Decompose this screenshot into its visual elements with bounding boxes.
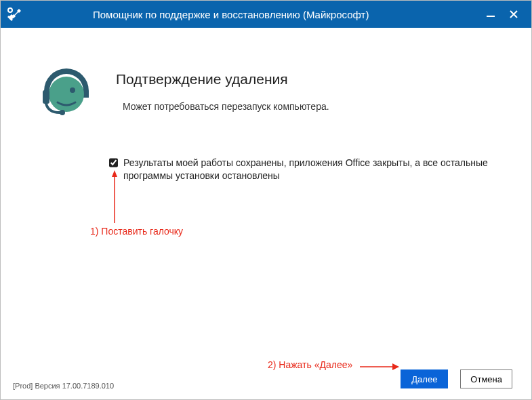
footer-buttons: Далее Отмена	[401, 369, 512, 388]
app-tools-icon	[6, 6, 22, 22]
svg-point-0	[8, 8, 12, 12]
svg-rect-3	[43, 90, 49, 104]
minimize-button[interactable]	[484, 7, 497, 21]
svg-point-2	[49, 77, 84, 112]
headset-person-icon	[36, 60, 97, 121]
annotation-text-1: 1) Поставить галочку	[90, 226, 183, 237]
titlebar: Помощник по поддержке и восстановлению (…	[1, 1, 531, 28]
app-window: Помощник по поддержке и восстановлению (…	[0, 0, 532, 400]
svg-point-5	[60, 110, 65, 115]
confirm-checkbox-row: Результаты моей работы сохранены, прилож…	[109, 157, 506, 182]
confirm-checkbox[interactable]	[109, 158, 118, 167]
cancel-button[interactable]: Отмена	[460, 369, 512, 388]
page-subtext: Может потребоваться перезапуск компьютер…	[123, 101, 329, 112]
content-area: Подтверждение удаления Может потребовать…	[1, 28, 531, 399]
close-button[interactable]	[507, 7, 520, 21]
footer: [Prod] Версия 17.00.7189.010 Далее Отмен…	[1, 359, 531, 399]
svg-point-4	[70, 87, 75, 93]
next-button[interactable]: Далее	[401, 369, 448, 388]
confirm-checkbox-label[interactable]: Результаты моей работы сохранены, прилож…	[123, 157, 506, 182]
window-title: Помощник по поддержке и восстановлению (…	[93, 9, 369, 20]
page-heading: Подтверждение удаления	[116, 71, 288, 87]
version-label: [Prod] Версия 17.00.7189.010	[13, 382, 114, 390]
svg-rect-1	[487, 16, 495, 17]
window-controls	[484, 1, 527, 28]
